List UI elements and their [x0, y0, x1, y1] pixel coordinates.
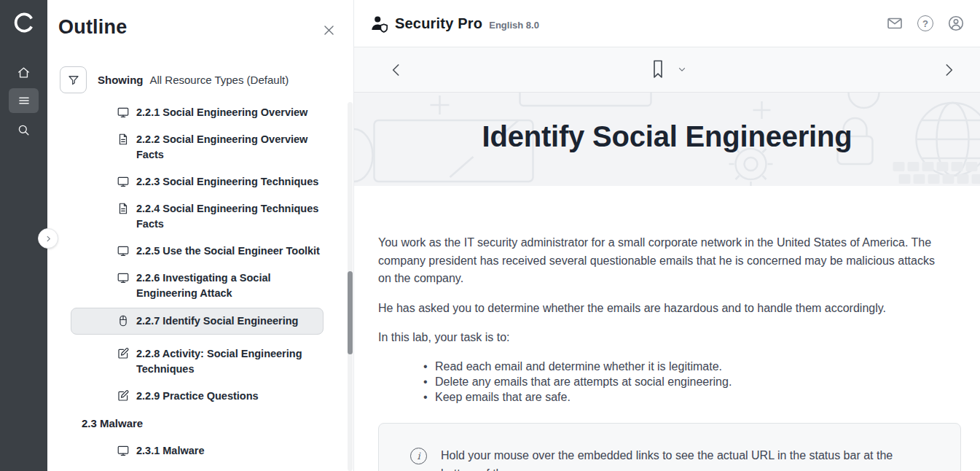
filter-showing-label: Showing: [98, 74, 144, 86]
course-brand: Security Pro English 8.0: [369, 14, 539, 34]
filter-button[interactable]: [60, 66, 87, 93]
filter-value[interactable]: All Resource Types (Default): [150, 74, 289, 86]
security-person-shield-icon: [369, 14, 389, 34]
document-icon: [117, 202, 130, 215]
monitor-icon: [117, 175, 130, 188]
edit-activity-icon: [117, 389, 130, 402]
outline-scrollbar-thumb[interactable]: [348, 271, 353, 354]
course-title: Security Pro: [395, 15, 482, 32]
brand-c-logo: [0, 12, 47, 34]
outline-panel-title: Outline: [58, 16, 127, 39]
course-header: Security Pro English 8.0 ?: [354, 0, 980, 47]
outline-item-label: 2.2.4 Social Engineering Techniques Fact…: [136, 201, 320, 232]
monitor-icon: [117, 444, 130, 457]
bookmark-group: [649, 58, 687, 80]
home-icon[interactable]: [9, 60, 39, 85]
outline-item-label: 2.2.8 Activity: Social Engineering Techn…: [136, 346, 320, 377]
outline-item-2-2-9[interactable]: 2.2.9 Practice Questions: [71, 389, 333, 404]
info-note-box: i Hold your mouse over the embedded link…: [378, 423, 961, 471]
outline-item-label: 2.2.3 Social Engineering Techniques: [136, 174, 318, 190]
main-content-area: Security Pro English 8.0 ?: [353, 0, 980, 471]
outline-item-label: 2.2.5 Use the Social Engineer Toolkit: [136, 244, 320, 259]
funnel-icon: [67, 74, 80, 87]
course-edition: English 8.0: [489, 20, 539, 31]
lesson-body: You work as the IT security administrato…: [354, 186, 980, 471]
outline-item-2-2-7-selected[interactable]: 2.2.7 Identify Social Engineering: [71, 308, 324, 335]
edit-activity-icon: [117, 347, 130, 360]
info-glyph: i: [417, 451, 420, 462]
header-actions: ?: [886, 15, 965, 32]
lesson-task-list: Read each email and determine whether it…: [378, 359, 980, 405]
outline-section-2-3-malware[interactable]: 2.3 Malware: [82, 416, 333, 431]
lesson-paragraph: In this lab, your task is to:: [378, 329, 948, 347]
outline-panel: Outline Showing All Resource Types (Defa…: [47, 0, 353, 471]
task-item: Read each email and determine whether it…: [435, 359, 980, 374]
monitor-icon: [117, 106, 130, 119]
lesson-title: Identify Social Engineering: [354, 120, 980, 153]
bookmark-dropdown-icon[interactable]: [677, 64, 687, 74]
next-lesson-icon[interactable]: [939, 61, 958, 79]
lesson-title-banner: Identify Social Engineering: [354, 93, 980, 186]
outline-list: 2.2.1 Social Engineering Overview 2.2.2 …: [71, 105, 333, 471]
mail-icon[interactable]: [886, 15, 903, 32]
lesson-paragraph: You work as the IT security administrato…: [378, 234, 948, 288]
app-window: Outline Showing All Resource Types (Defa…: [0, 0, 980, 471]
close-icon[interactable]: [318, 20, 339, 40]
help-icon[interactable]: ?: [917, 15, 933, 31]
outline-item-2-2-3[interactable]: 2.2.3 Social Engineering Techniques: [71, 174, 333, 190]
outline-item-2-2-5[interactable]: 2.2.5 Use the Social Engineer Toolkit: [71, 244, 333, 259]
outline-item-label: 2.3.1 Malware: [136, 443, 205, 459]
previous-lesson-icon[interactable]: [387, 61, 406, 79]
outline-item-2-2-8[interactable]: 2.2.8 Activity: Social Engineering Techn…: [71, 346, 333, 377]
outline-item-label: 2.2.6 Investigating a Social Engineering…: [136, 270, 320, 301]
outline-item-label: 2.2.1 Social Engineering Overview: [136, 105, 307, 120]
outline-item-2-2-4[interactable]: 2.2.4 Social Engineering Techniques Fact…: [71, 201, 333, 232]
outline-item-label: 2.2.2 Social Engineering Overview Facts: [136, 132, 320, 163]
outline-item-label: 2.2.7 Identify Social Engineering: [136, 314, 298, 329]
outline-item-2-2-6[interactable]: 2.2.6 Investigating a Social Engineering…: [71, 270, 333, 301]
outline-item-label: 2.2.9 Practice Questions: [136, 389, 259, 404]
monitor-icon: [117, 271, 130, 284]
mouse-icon: [117, 314, 130, 327]
collapse-panel-handle[interactable]: [38, 228, 58, 249]
bookmark-icon[interactable]: [649, 58, 667, 80]
resource-filter-row: Showing All Resource Types (Default): [60, 66, 289, 93]
account-icon[interactable]: [947, 15, 965, 32]
info-note-text: Hold your mouse over the embedded links …: [441, 447, 931, 471]
outline-item-2-3-1[interactable]: 2.3.1 Malware: [71, 443, 333, 459]
task-item: Delete any emails that are attempts at s…: [435, 374, 980, 389]
info-icon: i: [410, 448, 427, 464]
outline-menu-icon[interactable]: [9, 88, 39, 113]
lesson-nav-strip: [354, 47, 980, 93]
chevron-right-icon: [44, 235, 52, 243]
monitor-icon: [117, 244, 130, 257]
help-glyph: ?: [922, 18, 928, 29]
lesson-paragraph: He has asked you to determine whether th…: [378, 300, 948, 318]
outline-item-2-2-1[interactable]: 2.2.1 Social Engineering Overview: [71, 105, 333, 120]
document-icon: [117, 133, 130, 146]
search-icon[interactable]: [9, 117, 39, 142]
outline-item-2-2-2[interactable]: 2.2.2 Social Engineering Overview Facts: [71, 132, 333, 163]
task-item: Keep emails that are safe.: [435, 389, 980, 405]
